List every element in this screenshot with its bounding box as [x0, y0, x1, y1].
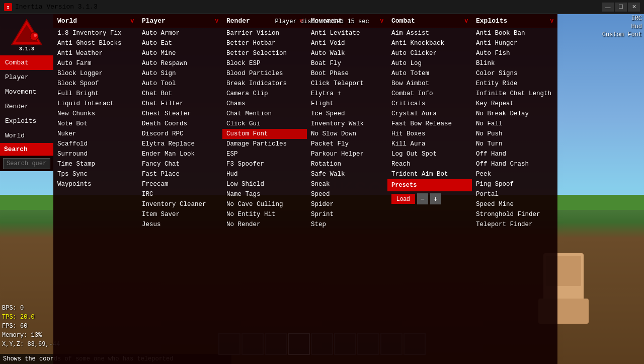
menu-item[interactable]: Fast Bow Release	[387, 119, 472, 129]
menu-item[interactable]: Auto Eat	[138, 38, 222, 48]
menu-item[interactable]: Infinite Chat Length	[472, 89, 557, 99]
menu-item[interactable]: Kill Aura	[387, 139, 472, 149]
menu-item[interactable]: Low Shield	[222, 179, 307, 189]
menu-item[interactable]: Boot Phase	[307, 68, 387, 79]
menu-item[interactable]: No Push	[472, 129, 557, 139]
sidebar-item-render[interactable]: Render	[0, 99, 53, 114]
menu-item[interactable]: Anti Book Ban	[472, 28, 557, 38]
menu-item[interactable]: Rotation	[307, 159, 387, 169]
menu-item[interactable]: Name Tags	[222, 189, 307, 199]
menu-item[interactable]: Auto Totem	[387, 68, 472, 79]
menu-item[interactable]: Liquid Interact	[53, 99, 138, 109]
menu-item[interactable]: Reach	[387, 159, 472, 169]
menu-item[interactable]: Anti Void	[307, 38, 387, 48]
menu-item[interactable]: Nuker	[53, 129, 138, 139]
menu-item[interactable]: Flight	[307, 99, 387, 109]
menu-item[interactable]: Safe Walk	[307, 169, 387, 179]
menu-item[interactable]: Click Gui	[222, 119, 307, 129]
menu-item[interactable]: Fancy Chat	[138, 159, 222, 169]
preset-plus-button[interactable]: +	[430, 193, 441, 204]
menu-item[interactable]: Freecam	[138, 179, 222, 189]
menu-item[interactable]: Auto Log	[387, 58, 472, 68]
menu-item[interactable]: Auto Sign	[138, 68, 222, 79]
menu-item[interactable]: Better Selection	[222, 48, 307, 58]
menu-item[interactable]: Auto Fish	[472, 48, 557, 58]
menu-item[interactable]: No Break Delay	[472, 109, 557, 119]
menu-item[interactable]: Packet Fly	[307, 139, 387, 149]
menu-item[interactable]: F3 Spoofer	[222, 159, 307, 169]
menu-item[interactable]: Anti Levitate	[307, 28, 387, 38]
menu-item[interactable]: Discord RPC	[138, 129, 222, 139]
menu-item[interactable]: Hud	[222, 169, 307, 179]
menu-item[interactable]: Sprint	[307, 209, 387, 220]
menu-item[interactable]: Anti Knockback	[387, 38, 472, 48]
menu-item[interactable]: Note Bot	[53, 119, 138, 129]
menu-item[interactable]: Camera Clip	[222, 89, 307, 99]
menu-item[interactable]: Boat Fly	[307, 58, 387, 68]
menu-item[interactable]: Criticals	[387, 99, 472, 109]
menu-item[interactable]: Bow Aimbot	[387, 79, 472, 89]
preset-minus-button[interactable]: −	[417, 193, 428, 204]
menu-item[interactable]: Item Saver	[138, 209, 222, 220]
menu-item[interactable]: Auto Mine	[138, 48, 222, 58]
menu-item[interactable]: Chat Bot	[138, 89, 222, 99]
menu-item[interactable]: Auto Farm	[53, 58, 138, 68]
menu-item[interactable]: No Cave Culling	[222, 199, 307, 209]
menu-item[interactable]: Custom Font	[222, 129, 307, 139]
menu-item[interactable]: Surround	[53, 149, 138, 159]
menu-item[interactable]: Barrier Vision	[222, 28, 307, 38]
menu-item[interactable]: Ender Man Look	[138, 149, 222, 159]
menu-item[interactable]: Key Repeat	[472, 99, 557, 109]
menu-item[interactable]: Tps Sync	[53, 169, 138, 179]
menu-item[interactable]: Death Coords	[138, 119, 222, 129]
menu-item[interactable]: Off Hand Crash	[472, 159, 557, 169]
menu-item[interactable]: Ping Spoof	[472, 179, 557, 189]
menu-item[interactable]: Chams	[222, 99, 307, 109]
menu-item[interactable]: No Slow Down	[307, 129, 387, 139]
sidebar-item-exploits[interactable]: Exploits	[0, 114, 53, 128]
menu-item[interactable]: Full Bright	[53, 89, 138, 99]
menu-item[interactable]: Log Out Spot	[387, 149, 472, 159]
menu-item[interactable]: Peek	[472, 169, 557, 179]
menu-item[interactable]: Block Spoof	[53, 79, 138, 89]
menu-item[interactable]: Step	[307, 220, 387, 230]
menu-item[interactable]: 1.8 Inventory Fix	[53, 28, 138, 38]
menu-item[interactable]: Chest Stealer	[138, 109, 222, 119]
menu-item[interactable]: No Render	[222, 220, 307, 230]
menu-item[interactable]: Portal	[472, 189, 557, 199]
menu-item[interactable]: Inventory Cleaner	[138, 199, 222, 209]
menu-item[interactable]: Spider	[307, 199, 387, 209]
menu-item[interactable]: Blood Particles	[222, 68, 307, 79]
menu-item[interactable]: No Entity Hit	[222, 209, 307, 220]
search-input[interactable]	[3, 158, 50, 169]
menu-item[interactable]: Elytra +	[307, 89, 387, 99]
menu-item[interactable]: Jesus	[138, 220, 222, 230]
menu-item[interactable]: New Chunks	[53, 109, 138, 119]
menu-item[interactable]: Parkour Helper	[307, 149, 387, 159]
menu-item[interactable]: Hit Boxes	[387, 129, 472, 139]
menu-item[interactable]: Break Indicators	[222, 79, 307, 89]
menu-item[interactable]: Sneak	[307, 179, 387, 189]
menu-item[interactable]: Anti Ghost Blocks	[53, 38, 138, 48]
menu-item[interactable]: Entity Ride	[472, 79, 557, 89]
menu-item[interactable]: Anti Hunger	[472, 38, 557, 48]
menu-item[interactable]: Elytra Replace	[138, 139, 222, 149]
menu-item[interactable]: Chat Mention	[222, 109, 307, 119]
menu-item[interactable]: Auto Armor	[138, 28, 222, 38]
menu-item[interactable]: Block ESP	[222, 58, 307, 68]
sidebar-item-movement[interactable]: Movement	[0, 85, 53, 99]
menu-item[interactable]: Teleport Finder	[472, 220, 557, 230]
menu-item[interactable]: IRC	[138, 189, 222, 199]
maximize-button[interactable]: ☐	[615, 3, 627, 12]
menu-item[interactable]: Off Hand	[472, 149, 557, 159]
preset-load-button[interactable]: Load	[391, 194, 415, 204]
menu-item[interactable]: ESP	[222, 149, 307, 159]
close-button[interactable]: ✕	[628, 3, 640, 12]
menu-item[interactable]: Speed	[307, 189, 387, 199]
menu-item[interactable]: Stronghold Finder	[472, 209, 557, 220]
menu-item[interactable]: No Fall	[472, 119, 557, 129]
menu-item[interactable]: Time Stamp	[53, 159, 138, 169]
menu-item[interactable]: No Turn	[472, 139, 557, 149]
menu-item[interactable]: Ice Speed	[307, 109, 387, 119]
menu-item[interactable]: Color Signs	[472, 68, 557, 79]
